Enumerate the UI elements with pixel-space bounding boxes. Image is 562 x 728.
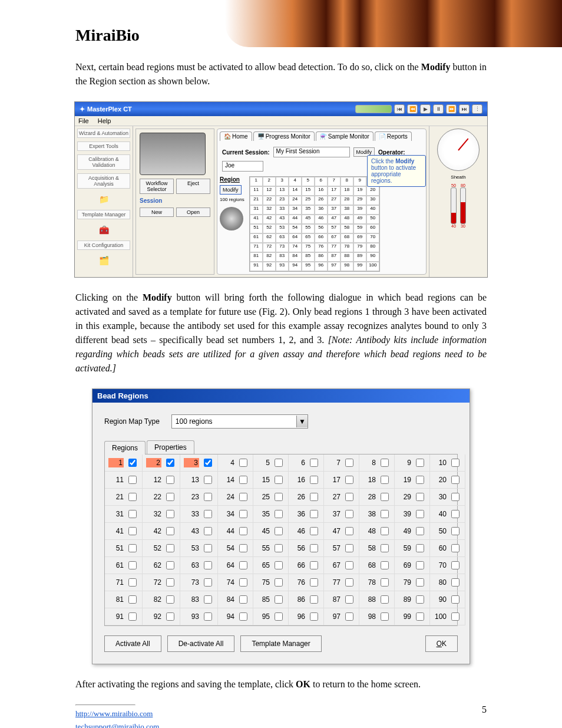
region-checkbox-87[interactable] (345, 595, 353, 604)
ok-button[interactable]: OK (425, 635, 458, 652)
region-checkbox-100[interactable] (451, 612, 459, 621)
region-checkbox-55[interactable] (275, 544, 283, 552)
play-button[interactable]: ▶ (420, 104, 431, 114)
region-checkbox-29[interactable] (416, 493, 424, 501)
nav-template[interactable]: Template Manager (77, 210, 130, 219)
region-checkbox-81[interactable] (128, 595, 137, 604)
region-checkbox-14[interactable] (239, 476, 247, 484)
region-checkbox-98[interactable] (381, 612, 389, 621)
region-checkbox-66[interactable] (310, 561, 318, 569)
region-checkbox-89[interactable] (416, 595, 424, 604)
region-checkbox-27[interactable] (345, 493, 353, 501)
menu-help[interactable]: Help (98, 117, 111, 124)
region-checkbox-70[interactable] (451, 561, 459, 569)
region-checkbox-72[interactable] (166, 578, 174, 587)
region-checkbox-20[interactable] (451, 476, 459, 484)
region-checkbox-93[interactable] (204, 612, 212, 621)
region-checkbox-50[interactable] (451, 527, 459, 535)
region-checkbox-28[interactable] (381, 493, 389, 501)
region-checkbox-32[interactable] (166, 510, 174, 518)
region-checkbox-84[interactable] (239, 595, 247, 604)
region-checkbox-38[interactable] (381, 510, 389, 518)
region-checkbox-60[interactable] (451, 544, 459, 552)
region-checkbox-17[interactable] (345, 476, 353, 484)
region-checkbox-54[interactable] (239, 544, 247, 552)
tab-properties[interactable]: Properties (147, 440, 194, 454)
region-checkbox-42[interactable] (166, 527, 174, 535)
nav-calibration[interactable]: Calibration & Validation (77, 154, 130, 170)
region-checkbox-94[interactable] (239, 612, 247, 621)
template-manager-button[interactable]: Template Manager (240, 635, 321, 652)
region-checkbox-43[interactable] (204, 527, 212, 535)
tab-regions[interactable]: Regions (104, 441, 146, 454)
region-checkbox-39[interactable] (416, 510, 424, 518)
region-checkbox-65[interactable] (275, 561, 283, 569)
region-checkbox-51[interactable] (128, 544, 137, 552)
region-checkbox-46[interactable] (310, 527, 318, 535)
rewind-button[interactable]: ⏪ (407, 104, 418, 114)
region-checkbox-95[interactable] (275, 612, 283, 621)
region-checkbox-33[interactable] (204, 510, 212, 518)
region-checkbox-8[interactable] (381, 459, 389, 467)
region-checkbox-34[interactable] (239, 510, 247, 518)
skip-prev-button[interactable]: ⏮ (394, 104, 405, 114)
region-checkbox-44[interactable] (239, 527, 247, 535)
region-checkbox-5[interactable] (275, 459, 283, 467)
region-checkbox-21[interactable] (128, 493, 137, 501)
region-checkbox-19[interactable] (416, 476, 424, 484)
new-button[interactable]: New (140, 207, 174, 217)
workflow-selector-button[interactable]: Workflow Selector (140, 179, 174, 194)
region-checkbox-63[interactable] (204, 561, 212, 569)
region-checkbox-49[interactable] (416, 527, 424, 535)
region-checkbox-25[interactable] (275, 493, 283, 501)
region-checkbox-71[interactable] (128, 578, 137, 587)
region-checkbox-80[interactable] (451, 578, 459, 587)
footer-email[interactable]: techsupport@miraibio.com (75, 722, 159, 728)
nav-acquisition[interactable]: Acquisition & Analysis (77, 173, 130, 189)
region-checkbox-30[interactable] (451, 493, 459, 501)
region-checkbox-92[interactable] (166, 612, 174, 621)
eject-button[interactable]: Eject (176, 179, 210, 194)
region-checkbox-1[interactable] (128, 459, 137, 467)
region-checkbox-86[interactable] (310, 595, 318, 604)
region-checkbox-61[interactable] (128, 561, 137, 569)
region-checkbox-41[interactable] (128, 527, 137, 535)
region-checkbox-99[interactable] (416, 612, 424, 621)
skip-next-button[interactable]: ⏭ (459, 104, 470, 114)
region-checkbox-73[interactable] (204, 578, 212, 587)
region-checkbox-12[interactable] (166, 476, 174, 484)
region-checkbox-6[interactable] (310, 459, 318, 467)
region-checkbox-91[interactable] (128, 612, 137, 621)
region-checkbox-83[interactable] (204, 595, 212, 604)
nav-wizard[interactable]: Wizard & Automation (77, 129, 130, 138)
tab-reports[interactable]: 📄Reports (375, 131, 412, 141)
deactivate-all-button[interactable]: De-activate All (167, 635, 235, 652)
region-checkbox-40[interactable] (451, 510, 459, 518)
region-checkbox-47[interactable] (345, 527, 353, 535)
region-checkbox-85[interactable] (275, 595, 283, 604)
region-checkbox-64[interactable] (239, 561, 247, 569)
tab-home[interactable]: 🏠Home (220, 131, 252, 141)
region-checkbox-26[interactable] (310, 493, 318, 501)
region-checkbox-79[interactable] (416, 578, 424, 587)
fast-forward-button[interactable]: ⏩ (446, 104, 457, 114)
region-checkbox-59[interactable] (416, 544, 424, 552)
region-checkbox-62[interactable] (166, 561, 174, 569)
region-checkbox-56[interactable] (310, 544, 318, 552)
region-checkbox-69[interactable] (416, 561, 424, 569)
pause-button[interactable]: ⏸ (433, 104, 444, 114)
region-checkbox-13[interactable] (204, 476, 212, 484)
region-checkbox-53[interactable] (204, 544, 212, 552)
aux-button[interactable]: ⋮ (472, 104, 482, 114)
region-checkbox-23[interactable] (204, 493, 212, 501)
region-checkbox-90[interactable] (451, 595, 459, 604)
region-checkbox-24[interactable] (239, 493, 247, 501)
region-map-type-select[interactable]: 100 regions ▼ (171, 414, 308, 429)
open-button[interactable]: Open (176, 207, 210, 217)
region-checkbox-76[interactable] (310, 578, 318, 587)
region-checkbox-2[interactable] (166, 459, 174, 467)
nav-expert[interactable]: Expert Tools (77, 141, 130, 151)
region-checkbox-4[interactable] (239, 459, 247, 467)
region-checkbox-9[interactable] (416, 459, 424, 467)
region-checkbox-11[interactable] (128, 476, 137, 484)
